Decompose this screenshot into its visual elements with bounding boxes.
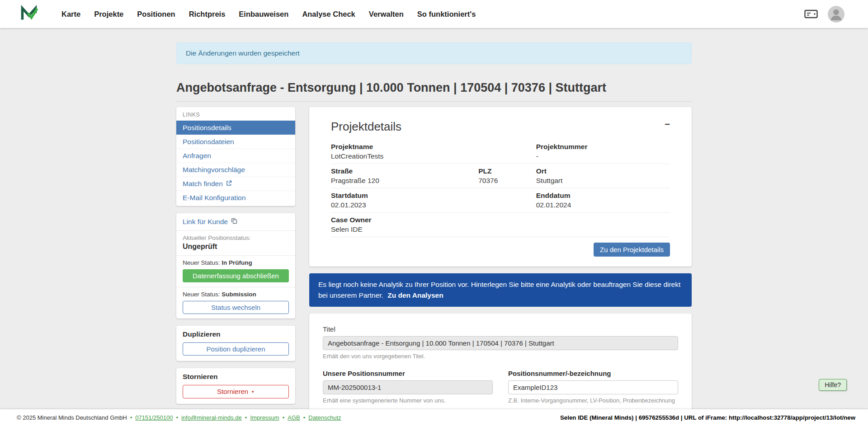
custom-number-col: Positionsnummer/-bezeichnung Z.B. Intern… xyxy=(508,370,678,404)
main-nav: Karte Projekte Positionen Richtpreis Ein… xyxy=(61,10,476,19)
content-row: LINKS Positionsdetails Positionsdateien … xyxy=(176,107,692,426)
external-link-icon xyxy=(226,180,232,188)
nav-item-richtpreis[interactable]: Richtpreis xyxy=(189,10,226,19)
custom-number-help: Z.B. Interne-Vorgangsnummer, LV-Position… xyxy=(508,397,678,404)
title-field-help: Erhält den von uns vorgegebenen Titel. xyxy=(323,353,678,360)
next-status-line-2: Neuer Status: Submission xyxy=(183,291,289,298)
sidebar-item-label: Positionsdetails xyxy=(183,124,231,132)
project-row-1: Projektname LotCreationTests Projektnumm… xyxy=(331,140,670,164)
number-fields-row: Unsere Positionsnummer Erhält eine syste… xyxy=(323,370,678,404)
main-column: Projektdetails − Projektname LotCreation… xyxy=(309,107,692,426)
sidebar-item-positionsdateien[interactable]: Positionsdateien xyxy=(176,135,295,149)
field-label: Projektnummer xyxy=(536,142,670,151)
current-status-label: Aktueller Positionsstatus: xyxy=(183,234,289,241)
change-status-button[interactable]: Status wechseln xyxy=(183,301,289,314)
current-status-block: Aktueller Positionsstatus: Ungeprüft xyxy=(176,231,295,256)
user-avatar-icon[interactable] xyxy=(828,6,844,23)
complete-data-entry-button[interactable]: Datenerfassung abschließen xyxy=(183,269,289,282)
nav-item-verwalten[interactable]: Verwalten xyxy=(369,10,404,19)
cancel-dropdown-button[interactable]: Stornieren▼ xyxy=(183,385,289,398)
field-startdatum: Startdatum 02.01.2023 xyxy=(331,191,478,209)
sidebar-item-anfragen[interactable]: Anfragen xyxy=(176,149,295,163)
field-label: Enddatum xyxy=(536,191,670,200)
project-details-title: Projektdetails xyxy=(331,120,401,133)
customer-link-block: Link für Kunde xyxy=(176,213,295,231)
project-details-footer: Zu den Projektdetails xyxy=(331,243,670,257)
our-number-label: Unsere Positionsnummer xyxy=(323,370,493,377)
project-details-card: Projektdetails − Projektname LotCreation… xyxy=(309,107,692,267)
footer-link-agb[interactable]: AGB xyxy=(279,414,300,421)
sidebar-item-matchingvorschlaege[interactable]: Matchingvorschläge xyxy=(176,163,295,177)
sidebar-item-label: Anfragen xyxy=(183,152,211,160)
field-label: PLZ xyxy=(478,167,536,175)
title-field xyxy=(323,336,678,350)
nav-item-so-funktionierts[interactable]: So funktioniert's xyxy=(417,10,476,19)
next-status-block-1: Neuer Status: In Prüfung Datenerfassung … xyxy=(176,256,295,287)
nav-item-projekte[interactable]: Projekte xyxy=(94,10,123,19)
field-value: Selen IDE xyxy=(331,225,478,234)
field-value: 70376 xyxy=(478,176,536,185)
brand-logo[interactable] xyxy=(20,4,38,24)
next-status-line-1: Neuer Status: In Prüfung xyxy=(183,259,289,266)
sidebar-item-match-finden[interactable]: Match finden xyxy=(176,177,295,191)
duplicate-position-button[interactable]: Position duplizieren xyxy=(183,342,289,356)
next-status-block-2: Neuer Status: Submission Status wechseln xyxy=(176,287,295,318)
status-card: Link für Kunde Aktueller Positionsstatus… xyxy=(176,213,295,318)
our-number-col: Unsere Positionsnummer Erhält eine syste… xyxy=(323,370,493,404)
mineral-minds-logo-icon xyxy=(20,4,38,24)
go-to-analyses-link[interactable]: Zu den Analysen xyxy=(387,291,443,299)
nav-item-karte[interactable]: Karte xyxy=(61,10,80,19)
cancel-button-label: Stornieren xyxy=(217,388,248,395)
nav-item-analyse-check[interactable]: Analyse Check xyxy=(302,10,355,19)
sidebar-item-email-konfiguration[interactable]: E-Mail Konfiguration xyxy=(176,191,295,205)
saved-alert-text: Die Änderungen wurden gespeichert xyxy=(186,49,300,57)
project-details-header: Projektdetails − xyxy=(331,120,670,133)
sidebar-item-label: Positionsdateien xyxy=(183,138,234,146)
customer-link[interactable]: Link für Kunde xyxy=(183,217,237,226)
field-label: Straße xyxy=(331,167,478,175)
field-value: Pragstraße 120 xyxy=(331,176,478,185)
field-value: Stuttgart xyxy=(536,176,670,185)
collapse-button[interactable]: − xyxy=(665,120,670,129)
field-case-owner: Case Owner Selen IDE xyxy=(331,215,478,234)
field-value: - xyxy=(536,152,670,160)
next-status-label: Neuer Status: xyxy=(183,259,220,266)
footer-link-impressum[interactable]: Impressum xyxy=(242,414,279,421)
saved-alert: Die Änderungen wurden gespeichert xyxy=(176,42,692,64)
field-label: Ort xyxy=(536,167,670,175)
go-to-project-details-button[interactable]: Zu den Projektdetails xyxy=(594,243,670,257)
footer-link-email[interactable]: info@mineral-minds.de xyxy=(173,414,241,421)
custom-number-field[interactable] xyxy=(508,380,678,394)
sidebar-item-positionsdetails[interactable]: Positionsdetails xyxy=(176,121,295,135)
field-label: Startdatum xyxy=(331,191,478,200)
footer-link-datenschutz[interactable]: Datenschutz xyxy=(300,414,341,421)
title-field-label: Titel xyxy=(323,325,678,333)
duplicate-title: Duplizieren xyxy=(183,330,289,338)
nav-item-einbauweisen[interactable]: Einbauweisen xyxy=(239,10,288,19)
current-status-value: Ungeprüft xyxy=(183,243,289,251)
field-strasse: Straße Pragstraße 120 xyxy=(331,167,478,185)
next-status-value: Submission xyxy=(222,291,256,298)
help-button[interactable]: Hilfe? xyxy=(819,379,847,391)
cancel-title: Stornieren xyxy=(183,373,289,381)
our-number-help: Erhält eine systemgenerierte Nummer von … xyxy=(323,397,493,404)
server-icon[interactable] xyxy=(804,9,818,19)
customer-link-label: Link für Kunde xyxy=(183,218,228,226)
duplicate-card: Duplizieren Position duplizieren xyxy=(176,326,295,361)
next-status-label: Neuer Status: xyxy=(183,291,220,298)
links-header: LINKS xyxy=(176,107,295,121)
navbar-right xyxy=(804,6,844,23)
custom-number-label: Positionsnummer/-bezeichnung xyxy=(508,370,678,377)
next-status-value: In Prüfung xyxy=(222,259,252,266)
field-label: Case Owner xyxy=(331,215,478,224)
footer-session-info: Selen IDE (Mineral Minds) | 69576255536d… xyxy=(560,414,855,421)
cancel-card: Stornieren Stornieren▼ xyxy=(176,368,295,404)
nav-item-positionen[interactable]: Positionen xyxy=(137,10,175,19)
footer-link-phone[interactable]: 07151/250100 xyxy=(127,414,173,421)
footer-copyright: © 2025 Mineral Minds Deutschland GmbH xyxy=(17,414,127,421)
field-label: Projektname xyxy=(331,142,478,151)
field-projektname: Projektname LotCreationTests xyxy=(331,142,478,160)
app-page: Karte Projekte Positionen Richtpreis Ein… xyxy=(0,0,868,426)
project-row-2: Straße Pragstraße 120 PLZ 70376 Ort Stut… xyxy=(331,164,670,188)
sidebar: LINKS Positionsdetails Positionsdateien … xyxy=(176,107,295,404)
